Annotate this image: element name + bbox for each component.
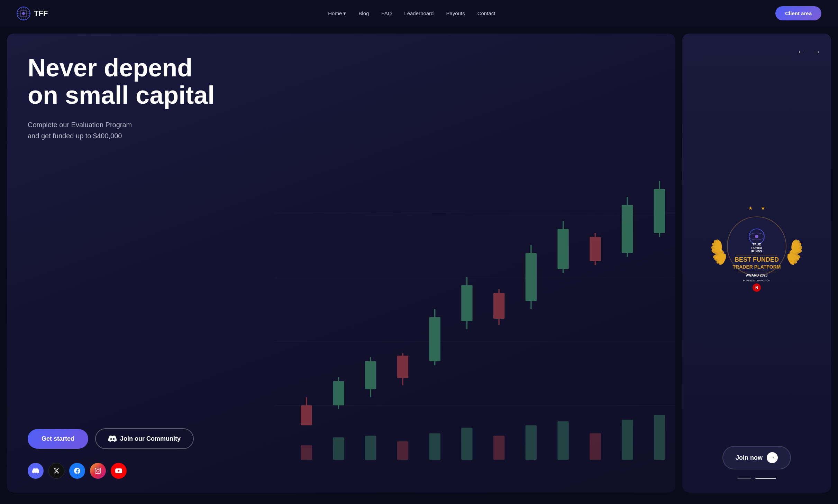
svg-rect-29 — [525, 253, 536, 301]
nav-home[interactable]: Home ▾ — [328, 10, 346, 17]
x-social-button[interactable] — [48, 463, 64, 479]
svg-text:TRUE: TRUE — [753, 243, 761, 246]
svg-text:N: N — [755, 286, 758, 290]
svg-rect-35 — [622, 205, 633, 253]
svg-text:AWARD 2023: AWARD 2023 — [746, 273, 768, 277]
join-now-button[interactable]: Join now → — [722, 446, 791, 469]
youtube-social-button[interactable] — [111, 463, 127, 479]
client-area-button[interactable]: Client area — [775, 6, 821, 20]
svg-rect-17 — [333, 381, 344, 405]
svg-rect-15 — [301, 405, 312, 425]
svg-text:★: ★ — [761, 205, 765, 211]
svg-point-6 — [23, 7, 24, 8]
hero-subtext: Complete our Evaluation Program and get … — [28, 119, 201, 141]
discord-icon — [108, 435, 117, 443]
discord-social-icon — [32, 467, 39, 474]
home-link[interactable]: Home ▾ — [328, 10, 346, 17]
logo-text: TFF — [34, 9, 48, 18]
slide-indicator-2[interactable] — [755, 478, 776, 479]
prev-slide-button[interactable]: ← — [797, 47, 805, 56]
hero-card: Never depend on small capital Complete o… — [7, 34, 675, 493]
chevron-down-icon: ▾ — [343, 10, 346, 17]
main-content: Never depend on small capital Complete o… — [0, 27, 838, 503]
logo[interactable]: TFF — [17, 7, 48, 20]
svg-text:FOREX: FOREX — [751, 246, 762, 250]
svg-rect-25 — [461, 285, 472, 321]
discord-social-button[interactable] — [28, 463, 44, 479]
award-badge: ★ ★ TRUE FOREX FUNDS BES — [705, 198, 809, 301]
svg-rect-21 — [397, 355, 408, 378]
navbar: TFF Home ▾ Blog FAQ Leaderboard Payouts … — [0, 0, 838, 27]
svg-rect-23 — [429, 317, 440, 361]
svg-text:★: ★ — [748, 205, 753, 211]
award-badge-container: ★ ★ TRUE FOREX FUNDS BES — [705, 63, 809, 436]
slide-indicators — [737, 478, 776, 479]
award-card: ← → — [682, 34, 831, 493]
nav-blog[interactable]: Blog — [358, 10, 369, 17]
svg-rect-27 — [493, 293, 504, 318]
svg-point-9 — [29, 13, 30, 14]
svg-rect-49 — [654, 415, 665, 460]
nav-leaderboard[interactable]: Leaderboard — [404, 10, 434, 17]
instagram-social-icon — [95, 468, 101, 474]
svg-text:FUNDS: FUNDS — [752, 250, 762, 253]
facebook-social-button[interactable] — [69, 463, 85, 479]
x-social-icon — [53, 468, 60, 474]
arrow-right-icon: → — [767, 452, 778, 463]
social-icons — [28, 463, 655, 479]
svg-point-7 — [23, 19, 24, 20]
next-slide-button[interactable]: → — [813, 47, 821, 56]
hero-buttons: Get started Join our Community — [28, 428, 655, 449]
community-button[interactable]: Join our Community — [95, 428, 194, 449]
svg-rect-31 — [557, 229, 568, 269]
slide-indicator-1[interactable] — [737, 478, 751, 479]
svg-text:FOREXDAILYINFO.COM: FOREXDAILYINFO.COM — [743, 279, 771, 282]
nav-payouts[interactable]: Payouts — [446, 10, 465, 17]
youtube-social-icon — [115, 467, 122, 474]
award-bottom: Join now → — [722, 436, 791, 479]
award-nav: ← → — [693, 47, 821, 56]
svg-text:TRADER PLATFORM: TRADER PLATFORM — [733, 264, 781, 270]
facebook-social-icon — [74, 468, 80, 474]
svg-rect-37 — [654, 189, 665, 233]
nav-faq[interactable]: FAQ — [381, 10, 392, 17]
svg-rect-33 — [590, 237, 601, 261]
svg-rect-19 — [365, 361, 376, 389]
instagram-social-button[interactable] — [90, 463, 106, 479]
hero-text: Never depend on small capital Complete o… — [28, 54, 655, 159]
svg-point-8 — [17, 13, 18, 14]
get-started-button[interactable]: Get started — [28, 429, 88, 449]
logo-icon — [17, 7, 30, 20]
svg-text:BEST FUNDED: BEST FUNDED — [735, 256, 779, 263]
nav-links: Home ▾ Blog FAQ Leaderboard Payouts Cont… — [328, 10, 495, 17]
svg-point-79 — [755, 235, 758, 238]
hero-heading: Never depend on small capital — [28, 54, 655, 109]
nav-contact[interactable]: Contact — [477, 10, 495, 17]
